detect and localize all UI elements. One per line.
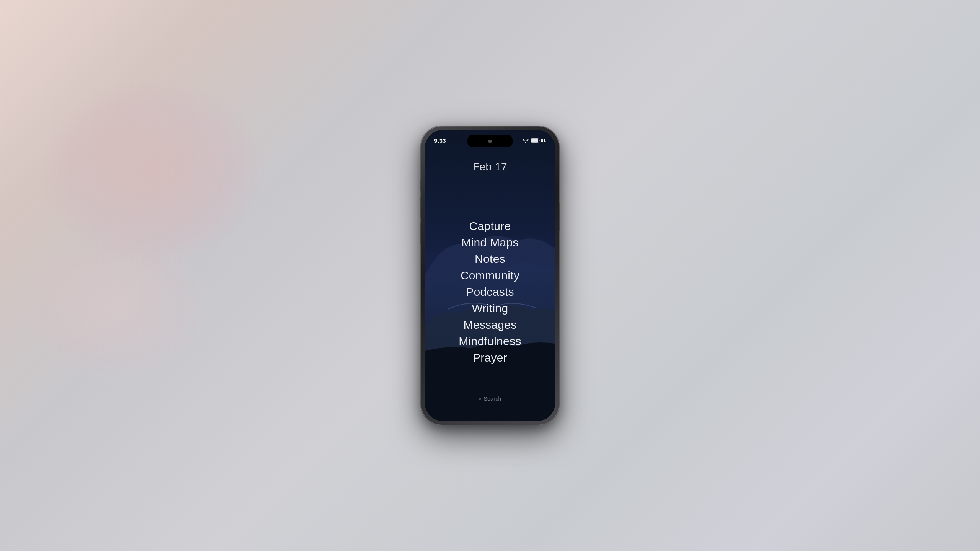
dynamic-island [467, 135, 513, 147]
menu-item-notes[interactable]: Notes [425, 251, 555, 267]
menu-list: Capture Mind Maps Notes Community Podcas… [425, 218, 555, 366]
svg-rect-1 [488, 140, 492, 143]
side-button-power[interactable] [559, 203, 560, 231]
phone-screen: 9:33 91 [425, 130, 555, 421]
status-time: 9:33 [434, 137, 446, 144]
menu-item-podcasts[interactable]: Podcasts [425, 284, 555, 300]
menu-item-writing[interactable]: Writing [425, 300, 555, 316]
date-display: Feb 17 [425, 161, 555, 173]
menu-item-messages[interactable]: Messages [425, 317, 555, 333]
search-label: Search [483, 396, 501, 402]
menu-item-community[interactable]: Community [425, 267, 555, 284]
date-text: Feb 17 [473, 161, 507, 173]
menu-item-capture[interactable]: Capture [425, 218, 555, 234]
status-icons: 91 [523, 138, 546, 143]
search-bar[interactable]: ⌕ Search [479, 396, 501, 402]
menu-item-mind-maps[interactable]: Mind Maps [425, 235, 555, 251]
menu-item-prayer[interactable]: Prayer [425, 350, 555, 366]
battery-indicator: 91 [531, 138, 546, 143]
phone-body: 9:33 91 [421, 126, 559, 425]
svg-rect-3 [531, 139, 538, 142]
wifi-icon [523, 138, 529, 143]
menu-item-mindfulness[interactable]: Mindfulness [425, 333, 555, 349]
battery-percent: 91 [541, 138, 546, 143]
search-icon: ⌕ [479, 396, 481, 401]
phone-container: 9:33 91 [421, 126, 559, 425]
